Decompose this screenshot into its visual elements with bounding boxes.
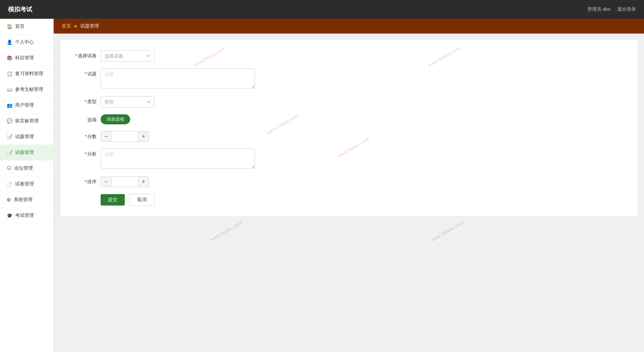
order-label: 排序: [74, 176, 101, 185]
score-increment-button[interactable]: +: [138, 131, 149, 142]
users-icon: 👥: [7, 103, 12, 108]
sidebar-item-home[interactable]: 🏠 首页: [0, 19, 53, 35]
exam-icon: 🎓: [7, 213, 12, 218]
sidebar-item-user-label: 用户管理: [15, 102, 34, 108]
score-decrement-button[interactable]: −: [101, 131, 111, 142]
analysis-row: 分析: [74, 149, 624, 170]
sidebar-item-review[interactable]: 📋 复习资料管理: [0, 66, 53, 82]
analysis-label: 分析: [74, 149, 101, 157]
breadcrumb-bar: 首页 ★ 试题管理: [54, 19, 644, 34]
sidebar-item-system-label: 系统管理: [14, 197, 33, 203]
watermark-5: www.56doc.com: [209, 220, 243, 242]
question-input[interactable]: [101, 68, 255, 89]
header: 模拟考试 管理员 abo 退出登录: [0, 0, 644, 19]
sidebar-item-reference-label: 参考文献管理: [15, 86, 43, 93]
analysis-input[interactable]: [101, 149, 255, 169]
score-row: 分数 − +: [74, 131, 624, 142]
forum-icon: 🗨: [7, 166, 11, 171]
option-control: 添加选项: [101, 114, 255, 124]
sidebar-item-exam-question-label: 试题管理: [15, 134, 34, 140]
user-label: 管理员 abo: [587, 6, 610, 12]
header-user-area: 管理员 abo 退出登录: [587, 6, 636, 12]
score-input[interactable]: [111, 131, 138, 142]
home-icon: 🏠: [7, 24, 12, 29]
form-buttons: 提交 取消: [101, 194, 154, 206]
logo: 模拟考试: [8, 5, 32, 13]
score-label: 分数: [74, 131, 101, 140]
type-row: 类型 类型 单选题 多选题 判断题 填空题 简答题: [74, 96, 624, 108]
clipboard-icon: 📋: [7, 71, 12, 76]
sidebar-item-exam-mgmt[interactable]: 🎓 考试管理: [0, 208, 53, 224]
watermark-6: www.56doc.com: [430, 220, 464, 242]
score-stepper: − +: [101, 131, 255, 142]
sidebar-item-user[interactable]: 👥 用户管理: [0, 98, 53, 113]
sidebar: 🏠 首页 👤 个人中心 📚 科目管理 📋 复习资料管理 📖 参考文献管理 👥 用…: [0, 19, 54, 352]
sidebar-item-exam-question[interactable]: 📝 试题管理: [0, 129, 53, 145]
sidebar-item-exam-mgmt-label: 考试管理: [15, 213, 34, 219]
logout-link[interactable]: 退出登录: [617, 6, 636, 12]
person-icon: 👤: [7, 40, 12, 45]
breadcrumb-star: ★: [74, 24, 77, 28]
form-action-row: 提交 取消: [74, 194, 624, 206]
content-area: www.56doc.com www.56doc.com www.56doc.co…: [54, 19, 644, 352]
sidebar-item-message[interactable]: 💬 留言板管理: [0, 113, 53, 129]
sidebar-item-forum-label: 论坛管理: [14, 165, 33, 171]
sidebar-item-personal-label: 个人中心: [15, 39, 34, 45]
sidebar-item-paper-label: 试卷管理: [15, 181, 34, 187]
sidebar-item-forum[interactable]: 🗨 论坛管理: [0, 161, 53, 176]
select-exam-row: 选择试卷 选择试卷: [74, 50, 624, 62]
reference-icon: 📖: [7, 87, 12, 92]
order-input[interactable]: [111, 176, 138, 187]
message-icon: 💬: [7, 118, 12, 124]
order-increment-button[interactable]: +: [138, 176, 149, 187]
sidebar-item-personal[interactable]: 👤 个人中心: [0, 35, 53, 50]
sidebar-item-subject-label: 科目管理: [15, 55, 34, 61]
gear-icon: ⚙: [7, 197, 11, 202]
option-label: 选项: [74, 114, 101, 123]
order-row: 排序 − +: [74, 176, 624, 187]
breadcrumb-home[interactable]: 首页: [62, 23, 71, 29]
sidebar-item-review-label: 复习资料管理: [15, 71, 43, 77]
sidebar-item-message-label: 留言板管理: [15, 118, 39, 124]
select-exam-control: 选择试卷: [101, 50, 255, 62]
sidebar-item-subject[interactable]: 📚 科目管理: [0, 50, 53, 66]
type-control: 类型 单选题 多选题 判断题 填空题 简答题: [101, 96, 255, 108]
analysis-control: [101, 149, 255, 170]
sidebar-item-question-mgmt-label: 试题管理: [15, 150, 34, 156]
add-option-button[interactable]: 添加选项: [101, 114, 130, 124]
active-paper-icon: 📝: [7, 150, 12, 155]
select-exam-label: 选择试卷: [74, 50, 101, 59]
option-row: 选项 添加选项: [74, 114, 624, 124]
sidebar-item-system[interactable]: ⚙ 系统管理: [0, 192, 53, 208]
cancel-button[interactable]: 取消: [129, 194, 154, 206]
order-decrement-button[interactable]: −: [101, 176, 111, 187]
sidebar-item-home-label: 首页: [15, 23, 24, 30]
select-exam-dropdown[interactable]: 选择试卷: [101, 50, 154, 62]
paper-icon: 📝: [7, 134, 12, 139]
submit-button[interactable]: 提交: [101, 194, 125, 206]
sidebar-item-paper[interactable]: 📄 试卷管理: [0, 176, 53, 192]
question-label: 试题: [74, 68, 101, 77]
score-control: − +: [101, 131, 255, 142]
type-dropdown[interactable]: 类型 单选题 多选题 判断题 填空题 简答题: [101, 96, 154, 108]
form-container: 选择试卷 选择试卷 试题 类型 类型: [60, 40, 637, 216]
book-icon: 📚: [7, 55, 12, 61]
breadcrumb-current: 试题管理: [80, 23, 99, 29]
question-control: [101, 68, 255, 90]
sidebar-item-question-mgmt[interactable]: 📝 试题管理: [0, 145, 53, 161]
question-row: 试题: [74, 68, 624, 90]
doc-icon: 📄: [7, 181, 12, 187]
main-layout: 🏠 首页 👤 个人中心 📚 科目管理 📋 复习资料管理 📖 参考文献管理 👥 用…: [0, 19, 644, 352]
order-control: − +: [101, 176, 255, 187]
sidebar-item-reference[interactable]: 📖 参考文献管理: [0, 82, 53, 98]
order-stepper: − +: [101, 176, 255, 187]
type-label: 类型: [74, 96, 101, 105]
